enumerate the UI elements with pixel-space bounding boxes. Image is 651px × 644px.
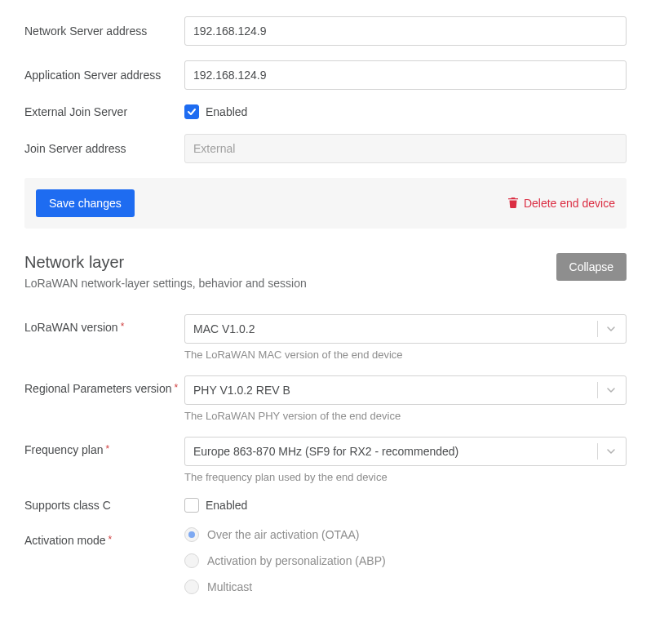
ext-join-checkbox-label: Enabled (206, 105, 247, 118)
lorawan-version-value: MAC V1.0.2 (193, 322, 591, 335)
section-header-network-layer: Network layer LoRaWAN network-layer sett… (24, 253, 627, 290)
row-app-server: Application Server address (24, 60, 627, 90)
radio-otaa-input (184, 527, 199, 542)
supports-class-c-label: Supports class C (24, 499, 184, 512)
ext-join-checkbox[interactable] (184, 104, 199, 119)
regional-params-help: The LoRaWAN PHY version of the end devic… (184, 410, 627, 422)
delete-device-label: Delete end device (524, 197, 615, 210)
radio-abp-label: Activation by personalization (ABP) (207, 554, 386, 567)
lorawan-version-label: LoRaWAN version* (24, 314, 184, 334)
row-activation-mode: Activation mode* Over the air activation… (24, 527, 627, 594)
join-server-label: Join Server address (24, 142, 184, 155)
join-server-input (184, 134, 627, 163)
lorawan-version-help: The LoRaWAN MAC version of the end devic… (184, 349, 627, 361)
network-server-input[interactable] (184, 16, 627, 46)
required-asterisk: * (108, 534, 113, 545)
radio-abp-input (184, 553, 199, 568)
delete-device-button[interactable]: Delete end device (507, 197, 615, 211)
supports-class-c-checkbox-label: Enabled (206, 499, 247, 512)
freq-plan-select[interactable]: Europe 863-870 MHz (SF9 for RX2 - recomm… (184, 437, 627, 466)
regional-params-select[interactable]: PHY V1.0.2 REV B (184, 375, 627, 405)
freq-plan-label: Frequency plan* (24, 437, 184, 456)
app-server-label: Application Server address (24, 69, 184, 82)
row-network-server: Network Server address (24, 16, 627, 46)
radio-multicast-label: Multicast (207, 580, 252, 593)
radio-otaa: Over the air activation (OTAA) (184, 527, 627, 542)
row-freq-plan: Frequency plan* Europe 863-870 MHz (SF9 … (24, 437, 627, 483)
chevron-down-icon (604, 322, 618, 335)
freq-plan-value: Europe 863-870 MHz (SF9 for RX2 - recomm… (193, 445, 591, 458)
activation-mode-label: Activation mode* (24, 527, 184, 547)
supports-class-c-checkbox[interactable] (184, 498, 199, 513)
required-asterisk: * (106, 443, 110, 455)
radio-abp: Activation by personalization (ABP) (184, 553, 627, 568)
save-button[interactable]: Save changes (36, 189, 135, 217)
section-title: Network layer (24, 253, 307, 272)
trash-icon (507, 197, 519, 211)
row-supports-class-c: Supports class C Enabled (24, 498, 627, 513)
row-join-server: Join Server address (24, 134, 627, 163)
activation-radio-group: Over the air activation (OTAA) Activatio… (184, 527, 627, 594)
radio-multicast-input (184, 580, 199, 594)
section-description: LoRaWAN network-layer settings, behavior… (24, 277, 307, 290)
regional-params-value: PHY V1.0.2 REV B (193, 384, 591, 397)
lorawan-version-select[interactable]: MAC V1.0.2 (184, 314, 627, 344)
required-asterisk: * (175, 382, 179, 393)
network-server-label: Network Server address (24, 24, 184, 38)
row-regional-params: Regional Parameters version* PHY V1.0.2 … (24, 375, 627, 422)
chevron-down-icon (604, 445, 618, 458)
action-bar: Save changes Delete end device (24, 178, 627, 229)
collapse-button[interactable]: Collapse (556, 253, 627, 281)
row-lorawan-version: LoRaWAN version* MAC V1.0.2 The LoRaWAN … (24, 314, 627, 361)
radio-multicast: Multicast (184, 580, 627, 594)
freq-plan-help: The frequency plan used by the end devic… (184, 471, 627, 483)
row-ext-join: External Join Server Enabled (24, 104, 627, 119)
app-server-input[interactable] (184, 60, 627, 90)
required-asterisk: * (121, 321, 125, 332)
radio-otaa-label: Over the air activation (OTAA) (207, 528, 359, 541)
ext-join-label: External Join Server (24, 105, 184, 118)
chevron-down-icon (604, 384, 618, 397)
regional-params-label: Regional Parameters version* (24, 375, 184, 395)
